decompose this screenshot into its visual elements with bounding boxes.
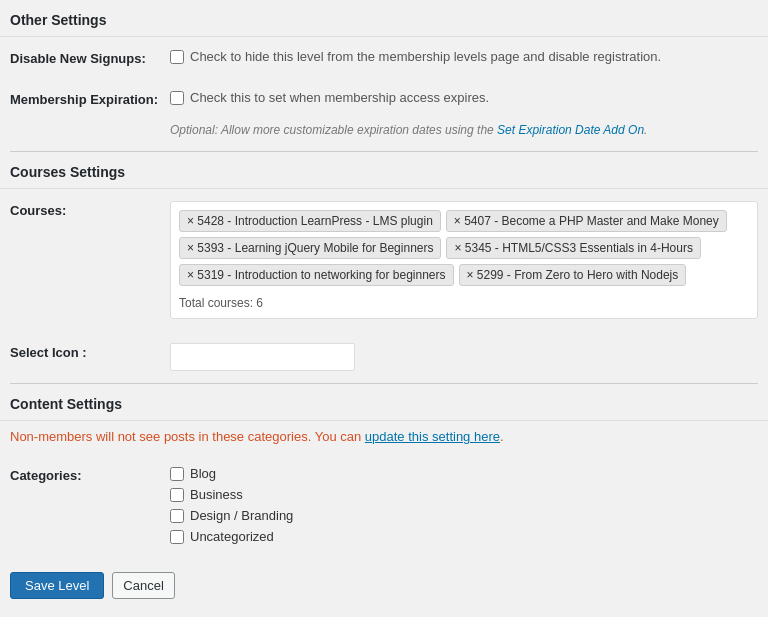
expiration-optional-note: Optional: Allow more customizable expira… [0,119,768,151]
course-tag[interactable]: × 5299 - From Zero to Hero with Nodejs [459,264,687,286]
select-icon-value [170,343,758,371]
course-tag[interactable]: × 5393 - Learning jQuery Mobile for Begi… [179,237,441,259]
categories-value: BlogBusinessDesign / BrandingUncategoriz… [170,466,758,544]
courses-row: Courses: × 5428 - Introduction LearnPres… [0,189,768,331]
course-tag[interactable]: × 5407 - Become a PHP Master and Make Mo… [446,210,727,232]
other-settings-title: Other Settings [0,0,768,37]
courses-value: × 5428 - Introduction LearnPress - LMS p… [170,201,758,319]
update-setting-link[interactable]: update this setting here [365,429,500,444]
categories-list: BlogBusinessDesign / BrandingUncategoriz… [170,466,758,544]
membership-expiration-checkbox[interactable] [170,91,184,105]
categories-label: Categories: [10,466,170,483]
select-icon-label: Select Icon : [10,343,170,360]
category-item[interactable]: Design / Branding [170,508,758,523]
disable-signups-checkbox-label[interactable]: Check to hide this level from the member… [170,49,758,64]
courses-settings-section: Courses Settings Courses: × 5428 - Intro… [0,152,768,383]
membership-expiration-value: Check this to set when membership access… [170,90,758,105]
non-members-note: Non-members will not see posts in these … [0,421,768,454]
membership-expiration-text: Check this to set when membership access… [190,90,489,105]
save-button[interactable]: Save Level [10,572,104,599]
select-icon-input[interactable] [170,343,355,371]
category-checkbox[interactable] [170,509,184,523]
content-settings-section: Content Settings Non-members will not se… [0,384,768,556]
disable-signups-checkbox[interactable] [170,50,184,64]
category-item[interactable]: Blog [170,466,758,481]
courses-settings-title: Courses Settings [0,152,768,189]
content-settings-title: Content Settings [0,384,768,421]
category-checkbox[interactable] [170,488,184,502]
page-wrapper: Other Settings Disable New Signups: Chec… [0,0,768,615]
other-settings-section: Other Settings Disable New Signups: Chec… [0,0,768,151]
disable-signups-value: Check to hide this level from the member… [170,49,758,64]
category-name: Design / Branding [190,508,293,523]
disable-signups-row: Disable New Signups: Check to hide this … [0,37,768,78]
category-checkbox[interactable] [170,467,184,481]
note-suffix: . [500,429,504,444]
courses-tags-container: × 5428 - Introduction LearnPress - LMS p… [179,210,749,286]
course-tag[interactable]: × 5345 - HTML5/CSS3 Essentials in 4-Hour… [446,237,700,259]
category-name: Business [190,487,243,502]
optional-note-text: Optional: Allow more customizable expira… [170,123,494,137]
categories-row: Categories: BlogBusinessDesign / Brandin… [0,454,768,556]
course-tag[interactable]: × 5428 - Introduction LearnPress - LMS p… [179,210,441,232]
category-checkbox[interactable] [170,530,184,544]
category-name: Uncategorized [190,529,274,544]
select-icon-row: Select Icon : [0,331,768,383]
category-item[interactable]: Uncategorized [170,529,758,544]
non-members-note-text: Non-members will not see posts in these … [10,429,361,444]
course-tag[interactable]: × 5319 - Introduction to networking for … [179,264,454,286]
membership-expiration-row: Membership Expiration: Check this to set… [0,78,768,119]
optional-note-suffix: . [644,123,647,137]
button-row: Save Level Cancel [0,556,768,615]
courses-box[interactable]: × 5428 - Introduction LearnPress - LMS p… [170,201,758,319]
category-item[interactable]: Business [170,487,758,502]
set-expiration-link[interactable]: Set Expiration Date Add On [497,123,644,137]
category-name: Blog [190,466,216,481]
membership-expiration-checkbox-label[interactable]: Check this to set when membership access… [170,90,758,105]
total-courses: Total courses: 6 [179,292,749,310]
cancel-button[interactable]: Cancel [112,572,174,599]
disable-signups-text: Check to hide this level from the member… [190,49,661,64]
membership-expiration-label: Membership Expiration: [10,90,170,107]
disable-signups-label: Disable New Signups: [10,49,170,66]
courses-label: Courses: [10,201,170,218]
